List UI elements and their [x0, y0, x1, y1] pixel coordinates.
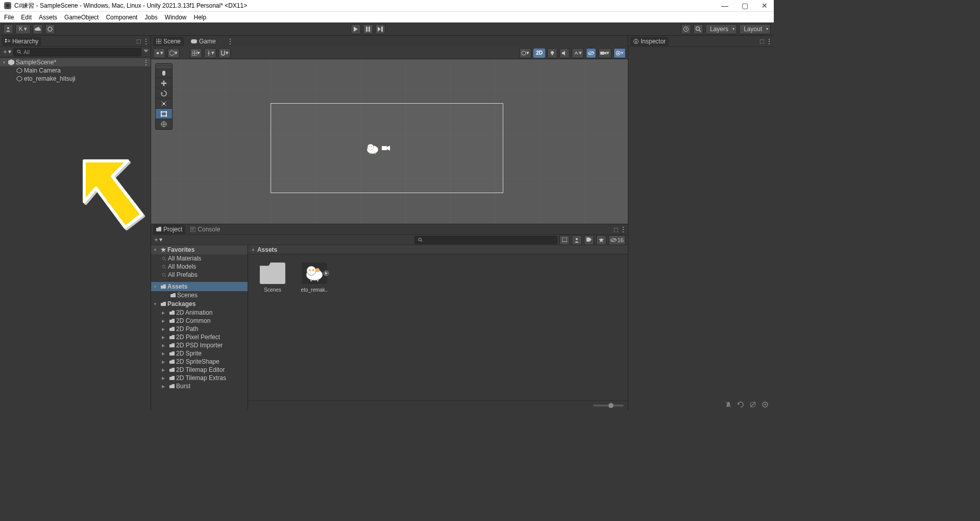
camera-button[interactable]: ▾ [598, 48, 611, 58]
console-tab[interactable]: Console [187, 225, 223, 234]
scale-tool[interactable] [156, 99, 172, 109]
notification-bell-off-icon[interactable] [725, 401, 732, 408]
snap-increment-button[interactable]: ▾ [204, 48, 216, 58]
package-row[interactable]: ▶2D Animation [151, 309, 248, 317]
favorite-all-prefabs[interactable]: All Prefabs [151, 271, 248, 279]
sprite-sheep[interactable] [365, 143, 381, 155]
package-row[interactable]: ▶2D Common [151, 317, 248, 325]
layout-dropdown[interactable]: Layout [739, 24, 771, 34]
inspector-tab[interactable]: Inspector [630, 37, 669, 46]
account-button[interactable] [3, 24, 13, 34]
hierarchy-lock-icon[interactable]: ⬚ [136, 38, 141, 44]
package-row[interactable]: ▶2D PSD Importer [151, 341, 248, 349]
pause-button[interactable] [363, 24, 373, 34]
scene-tab[interactable]: Scene [153, 37, 184, 46]
hierarchy-add-button[interactable]: ＋▾ [2, 48, 11, 56]
scene-menu-icon[interactable]: ⋮ [143, 59, 149, 66]
hidden-packages-button[interactable]: 16 [608, 235, 626, 245]
game-tab[interactable]: Game [188, 37, 219, 46]
hierarchy-item-camera[interactable]: Main Camera [0, 66, 151, 75]
audio-toggle-button[interactable] [559, 48, 570, 58]
rotate-tool[interactable] [156, 88, 172, 99]
menu-gameobject[interactable]: GameObject [64, 14, 99, 21]
auto-refresh-icon[interactable] [737, 401, 744, 408]
cloud-button[interactable] [33, 24, 43, 34]
project-tab[interactable]: Project [153, 225, 185, 234]
account-dropdown[interactable]: K ▾ [15, 24, 31, 34]
hidden-objects-button[interactable] [586, 48, 596, 58]
hierarchy-item-sprite[interactable]: eto_remake_hitsuji [0, 75, 151, 83]
folder-scenes[interactable]: Scenes [151, 291, 248, 299]
project-add-button[interactable]: ＋▾ [153, 235, 162, 244]
menu-component[interactable]: Component [106, 14, 137, 21]
lighting-toggle-button[interactable] [547, 48, 557, 58]
fx-toggle-button[interactable]: ▾ [572, 48, 584, 58]
filter-by-type-button[interactable] [559, 235, 570, 245]
draw-mode-button[interactable]: ▾ [519, 48, 531, 58]
play-button[interactable] [351, 24, 361, 34]
scene-viewport[interactable] [151, 59, 628, 224]
undo-history-button[interactable] [681, 24, 691, 34]
rect-tool[interactable] [156, 109, 172, 119]
hand-tool[interactable] [156, 68, 172, 78]
move-tool[interactable] [156, 78, 172, 88]
project-menu-icon[interactable]: ⋮ [620, 226, 626, 233]
package-row[interactable]: ▶Burst [151, 382, 248, 390]
close-button[interactable]: ✕ [760, 2, 770, 10]
scene-camera-gizmo-icon[interactable] [382, 145, 391, 151]
version-control-button[interactable] [45, 24, 55, 34]
thumbnail-size-slider[interactable] [248, 400, 628, 410]
menu-edit[interactable]: Edit [21, 14, 32, 21]
favorite-all-models[interactable]: All Models [151, 263, 248, 271]
hierarchy-tab[interactable]: Hierarchy [2, 37, 41, 46]
assets-folder[interactable]: ▼ Assets [151, 282, 248, 291]
package-row[interactable]: ▶2D Sprite [151, 349, 248, 358]
gizmos-button[interactable]: ▾ [614, 48, 626, 58]
package-row[interactable]: ▶2D Tilemap Extras [151, 374, 248, 382]
layers-dropdown[interactable]: Layers [705, 24, 737, 34]
hierarchy-search[interactable]: All [13, 48, 141, 56]
project-breadcrumb[interactable]: ▲ Assets [248, 245, 628, 254]
scene-picker-icon[interactable] [143, 50, 149, 55]
hierarchy-menu-icon[interactable]: ⋮ [143, 38, 149, 45]
favorites-section[interactable]: ▼ Favorites [151, 245, 248, 254]
menu-file[interactable]: File [4, 14, 14, 21]
save-search-button[interactable] [584, 235, 594, 245]
project-search[interactable] [414, 236, 557, 244]
expand-icon[interactable] [323, 270, 329, 276]
package-row[interactable]: ▶2D Tilemap Editor [151, 366, 248, 374]
overlay-drag-handle[interactable] [156, 64, 172, 68]
snap-toggle-button[interactable]: ▾ [218, 48, 231, 58]
menu-window[interactable]: Window [165, 14, 187, 21]
search-button[interactable] [693, 24, 703, 34]
global-local-button[interactable]: ▾ [167, 48, 180, 58]
package-row[interactable]: ▶2D Pixel Perfect [151, 333, 248, 341]
inspector-lock-icon[interactable]: ⬚ [760, 38, 764, 44]
filter-by-label-button[interactable] [572, 235, 582, 245]
favorites-label: Favorites [167, 246, 194, 253]
inspector-menu-icon[interactable]: ⋮ [766, 38, 772, 45]
step-button[interactable] [375, 24, 385, 34]
menu-jobs[interactable]: Jobs [144, 14, 157, 21]
transform-tool[interactable] [156, 119, 172, 129]
2d-toggle-button[interactable]: 2D [533, 49, 545, 58]
cache-server-icon[interactable] [762, 401, 769, 408]
menu-help[interactable]: Help [194, 14, 207, 21]
menu-assets[interactable]: Assets [39, 14, 57, 21]
tools-overlay[interactable] [155, 63, 173, 130]
project-lock-icon[interactable]: ⬚ [614, 227, 618, 232]
minimize-button[interactable]: — [719, 2, 730, 10]
pivot-center-button[interactable]: ▾ [153, 48, 165, 58]
asset-folder-scenes[interactable]: Scenes [256, 263, 289, 293]
asset-sprite-sheep[interactable]: eto_remak.. [298, 263, 331, 293]
grid-snap-button[interactable]: ▾ [190, 48, 202, 58]
debug-off-icon[interactable] [749, 401, 756, 408]
favorite-button[interactable] [596, 235, 606, 245]
packages-folder[interactable]: ▼ Packages [151, 299, 248, 309]
package-row[interactable]: ▶2D Path [151, 325, 248, 333]
package-row[interactable]: ▶2D SpriteShape [151, 358, 248, 366]
scene-panel-menu-icon[interactable]: ⋮ [227, 38, 233, 45]
maximize-button[interactable]: ▢ [740, 2, 750, 10]
hierarchy-scene-row[interactable]: ▼ SampleScene* ⋮ [0, 58, 151, 66]
favorite-all-materials[interactable]: All Materials [151, 254, 248, 263]
